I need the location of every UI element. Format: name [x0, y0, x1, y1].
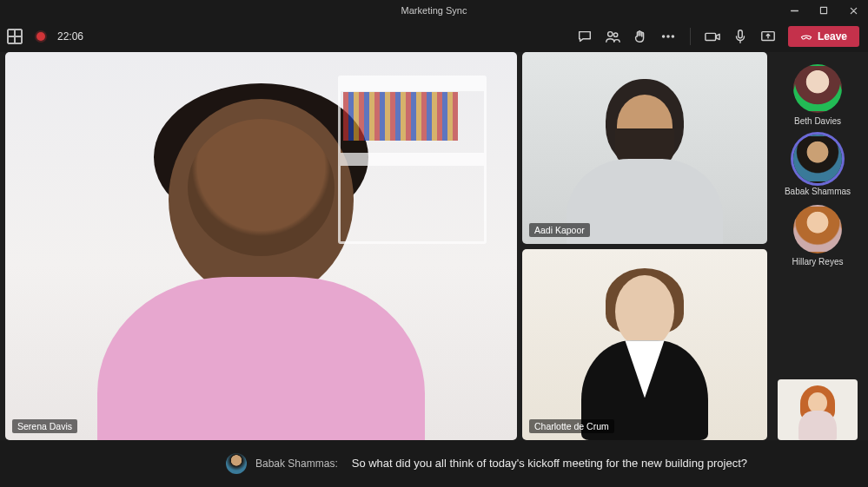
overflow-participants: Beth Davies Babak Shammas Hillary Reyes [772, 52, 863, 440]
participants-icon[interactable] [605, 29, 620, 44]
maximize-button[interactable] [809, 0, 838, 21]
more-actions-icon[interactable] [660, 29, 676, 44]
participant-name: Beth Davies [794, 116, 841, 126]
live-caption-bar: Babak Shammas: So what did you all think… [0, 440, 868, 487]
video-tile[interactable]: Aadi Kapoor [522, 52, 767, 244]
caption-text: So what did you all think of today's kic… [352, 456, 747, 471]
participant-name: Babak Shammas [785, 187, 851, 196]
avatar [793, 205, 842, 253]
svg-point-2 [613, 33, 617, 36]
hangup-icon [800, 30, 812, 43]
svg-rect-0 [820, 7, 826, 13]
overflow-participant[interactable]: Babak Shammas [785, 135, 851, 196]
window-controls [779, 0, 868, 21]
video-gallery: Serena Davis Aadi Kapoor Charlotte de Cr… [5, 52, 863, 440]
call-timer: 22:06 [57, 30, 83, 43]
overflow-video-thumb[interactable] [778, 379, 858, 440]
overflow-participant[interactable]: Hillary Reyes [792, 205, 844, 267]
close-button[interactable] [838, 0, 868, 21]
svg-point-1 [608, 32, 613, 36]
participant-video [778, 379, 858, 440]
meeting-toolbar: 22:06 Leave [0, 21, 868, 52]
svg-point-5 [672, 36, 673, 37]
caption-speaker-avatar [226, 453, 247, 474]
layout-grid-button[interactable] [7, 29, 23, 44]
camera-icon[interactable] [705, 29, 720, 44]
participant-name-label: Charlotte de Crum [529, 419, 614, 433]
raise-hand-icon[interactable] [633, 29, 648, 44]
participant-name-label: Aadi Kapoor [529, 223, 590, 237]
avatar [793, 135, 842, 183]
video-tile[interactable]: Charlotte de Crum [522, 249, 767, 441]
share-screen-icon[interactable] [760, 29, 776, 44]
microphone-icon[interactable] [732, 29, 748, 44]
avatar [793, 64, 842, 113]
meeting-title: Marketing Sync [401, 5, 467, 16]
participant-video [522, 249, 767, 441]
svg-rect-6 [739, 30, 743, 38]
participant-name: Hillary Reyes [792, 257, 844, 267]
leave-label: Leave [818, 30, 847, 43]
recording-indicator-icon [36, 32, 45, 41]
participant-name-label: Serena Davis [12, 419, 77, 433]
leave-button[interactable]: Leave [788, 26, 859, 47]
minimize-button[interactable] [779, 0, 809, 21]
caption-speaker-name: Babak Shammas: [255, 457, 338, 470]
chat-icon[interactable] [577, 29, 593, 44]
video-tile-main[interactable]: Serena Davis [5, 52, 517, 440]
title-bar: Marketing Sync [0, 0, 868, 21]
svg-point-4 [667, 36, 669, 37]
participant-video [522, 52, 767, 244]
participant-video [5, 52, 517, 440]
overflow-participant[interactable]: Beth Davies [793, 64, 842, 126]
svg-point-3 [662, 36, 664, 37]
toolbar-divider [690, 28, 691, 45]
